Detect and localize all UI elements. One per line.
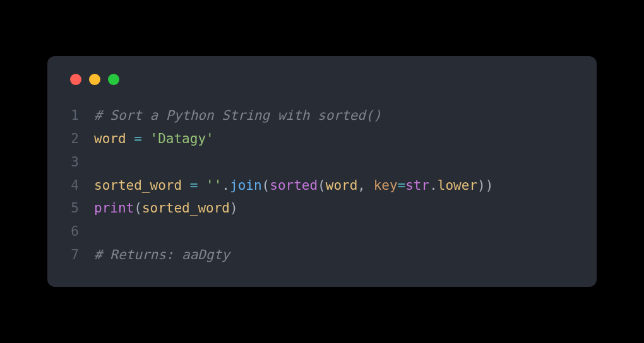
code-token: sorted	[270, 178, 318, 193]
code-token	[182, 178, 190, 193]
line-content: # Sort a Python String with sorted()	[94, 104, 576, 127]
code-token: sorted_word	[142, 201, 230, 216]
code-line: 6	[68, 220, 576, 243]
code-token: .	[222, 178, 230, 193]
code-token	[126, 131, 134, 146]
line-number: 1	[68, 104, 94, 127]
line-content	[94, 151, 576, 174]
code-token: =	[398, 178, 406, 193]
code-token: =	[134, 131, 142, 146]
code-line: 5print(sorted_word)	[68, 197, 576, 220]
code-token: join	[230, 178, 262, 193]
code-editor-window: 1# Sort a Python String with sorted()2wo…	[47, 56, 597, 286]
code-token: =	[190, 178, 198, 193]
line-number: 6	[68, 220, 94, 243]
maximize-icon[interactable]	[108, 74, 119, 85]
code-line: 3	[68, 151, 576, 174]
code-token: word	[94, 131, 126, 146]
code-token: lower	[438, 178, 477, 193]
line-number: 7	[68, 243, 94, 267]
line-content: word = 'Datagy'	[94, 127, 576, 151]
code-token: (	[262, 178, 270, 193]
code-line: 1# Sort a Python String with sorted()	[68, 104, 576, 127]
line-number: 4	[68, 174, 94, 197]
line-content: sorted_word = ''.join(sorted(word, key=s…	[94, 174, 576, 197]
line-content: # Returns: aaDgty	[94, 243, 576, 267]
code-token: # Sort a Python String with sorted()	[94, 108, 381, 123]
code-token: .	[429, 178, 438, 193]
code-token	[198, 178, 206, 193]
close-icon[interactable]	[70, 74, 81, 85]
window-controls	[68, 74, 576, 85]
code-area[interactable]: 1# Sort a Python String with sorted()2wo…	[68, 104, 576, 266]
line-number: 2	[68, 127, 94, 151]
code-token: ))	[477, 178, 493, 193]
code-token: )	[230, 201, 238, 216]
line-number: 5	[68, 197, 94, 220]
code-token: (	[318, 178, 326, 193]
code-token	[142, 131, 150, 146]
code-token: 'Datagy'	[150, 131, 214, 146]
line-number: 3	[68, 151, 94, 174]
code-token: key	[374, 178, 398, 193]
code-line: 4sorted_word = ''.join(sorted(word, key=…	[68, 174, 576, 197]
code-token: ''	[206, 178, 222, 193]
minimize-icon[interactable]	[89, 74, 100, 85]
code-token: print	[94, 201, 134, 216]
code-line: 7# Returns: aaDgty	[68, 243, 576, 267]
code-line: 2word = 'Datagy'	[68, 127, 576, 151]
code-token: ,	[357, 178, 373, 193]
code-token: (	[134, 201, 142, 216]
line-content	[94, 220, 576, 243]
code-token: sorted_word	[94, 178, 182, 193]
line-content: print(sorted_word)	[94, 197, 576, 220]
code-token: # Returns: aaDgty	[94, 247, 230, 262]
code-token: str	[405, 178, 429, 193]
code-token: word	[326, 178, 358, 193]
